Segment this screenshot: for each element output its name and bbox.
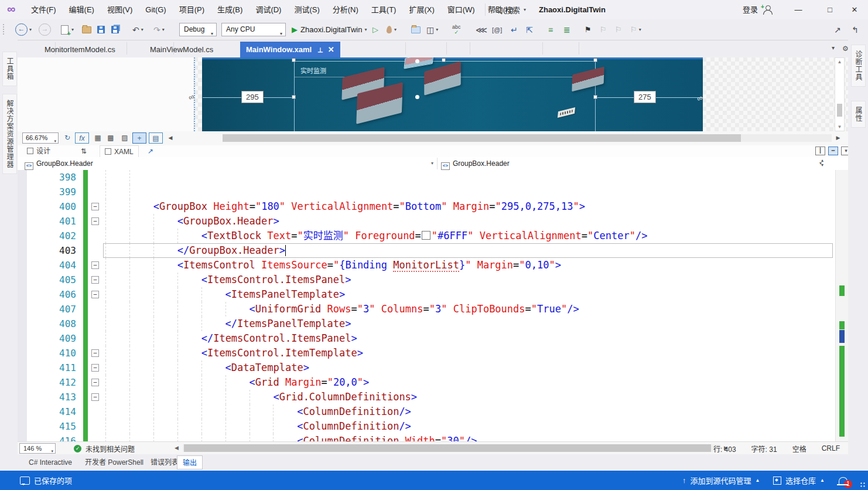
spaces-indicator[interactable]: 空格 — [792, 444, 807, 454]
editor-horizontal-scrollbar[interactable] — [183, 444, 720, 452]
selection-handle-top-left[interactable] — [292, 58, 296, 62]
margin-right-value[interactable]: 275 — [634, 91, 656, 103]
menu-item[interactable]: Git(G) — [139, 0, 172, 19]
maximize-button[interactable]: □ — [816, 0, 843, 19]
sidebar-tab-diagnostic-tools[interactable]: 诊断工具 — [851, 45, 866, 87]
live-share-button[interactable]: ↰ — [852, 23, 859, 36]
spell-check-button[interactable]: abc✓ — [452, 23, 461, 36]
panel-tab[interactable]: C# Interactive — [23, 455, 77, 469]
editor-vertical-scrollbar[interactable] — [835, 170, 848, 441]
popout-pane-icon[interactable]: ↗ — [143, 145, 158, 157]
menu-item[interactable]: 扩展(X) — [402, 0, 440, 19]
menu-item[interactable]: 编辑(E) — [63, 0, 101, 19]
format-document-icon[interactable]: ⇱ — [526, 23, 533, 36]
effects-fx-button[interactable]: fx — [75, 132, 89, 144]
start-without-debugging-button[interactable]: ▷ — [373, 23, 378, 36]
snap-to-snaplines-button[interactable]: + — [132, 132, 146, 144]
scroll-left-icon[interactable]: ◀ — [166, 132, 175, 144]
disable-project-code-button[interactable]: ▤ — [149, 132, 163, 144]
hot-reload-button[interactable]: ▾ — [387, 23, 397, 36]
document-tab[interactable]: MainWindow.xaml⊢✕ — [240, 42, 340, 57]
decrease-indent-icon[interactable]: ⋘ — [476, 23, 487, 36]
refresh-designer-icon[interactable]: ↻ — [62, 132, 73, 144]
fold-collapse-icon[interactable]: − — [91, 291, 99, 298]
fold-collapse-icon[interactable]: − — [91, 393, 99, 401]
tab-design[interactable]: 设计 — [22, 145, 55, 157]
open-file-button[interactable] — [82, 23, 91, 36]
fold-collapse-icon[interactable]: − — [91, 276, 99, 284]
scrollbar-thumb[interactable] — [184, 444, 711, 452]
menu-item[interactable]: 生成(B) — [211, 0, 249, 19]
add-to-source-control-button[interactable]: ↑ 添加到源代码管理 ▲ — [682, 471, 760, 490]
designer-zoom-select[interactable]: 66.67%▾ — [22, 132, 59, 144]
pane-splitter-icon[interactable]: ▴▾ — [821, 158, 823, 168]
document-tab[interactable]: MonitorItemModel.cs — [39, 42, 121, 57]
fold-collapse-icon[interactable]: − — [91, 379, 99, 386]
prev-bookmark-button[interactable]: ⚐ — [600, 23, 607, 36]
next-bookmark-button[interactable]: ⚐ — [615, 23, 622, 36]
select-repository-button[interactable]: 选择仓库 ▲ — [773, 471, 825, 490]
redo-button[interactable]: ↷▾ — [153, 23, 165, 36]
navigate-forward-button[interactable]: → — [39, 23, 51, 36]
search-box[interactable]: 搜索 ▾ — [495, 0, 526, 19]
share-button[interactable]: ↗ — [834, 23, 841, 36]
eol-indicator[interactable]: CRLF — [822, 444, 840, 452]
minimize-button[interactable]: — — [785, 0, 812, 19]
menu-item[interactable]: 项目(P) — [173, 0, 211, 19]
panel-tab[interactable]: 开发者 PowerShell — [80, 455, 149, 469]
scroll-down-icon[interactable]: ▼ — [836, 124, 843, 130]
breadcrumb-left[interactable]: <>GroupBox.Header ▾ — [25, 158, 433, 169]
close-icon[interactable]: ✕ — [328, 45, 334, 54]
scrollbar-thumb[interactable] — [223, 134, 741, 142]
new-project-button[interactable]: ▾ — [61, 23, 74, 36]
menu-item[interactable]: 测试(S) — [288, 0, 326, 19]
fold-collapse-icon[interactable]: − — [91, 364, 99, 372]
designer-horizontal-scrollbar[interactable] — [223, 134, 832, 142]
selection-anchor-dot-top[interactable] — [415, 59, 419, 63]
clear-bookmarks-button[interactable]: ⚐▾ — [630, 23, 641, 36]
navigate-home-button[interactable]: ◫▾ — [426, 23, 438, 36]
xaml-code-editor[interactable]: 398399400−<GroupBox Height="180" Vertica… — [18, 170, 848, 441]
tab-xaml[interactable]: XAML — [100, 145, 139, 158]
sidebar-tab-solution-explorer[interactable]: 解决方案资源管理器 — [2, 94, 17, 174]
comment-button[interactable]: ≡ — [548, 23, 553, 36]
menu-item[interactable]: 分析(N) — [326, 0, 365, 19]
goto-definition-icon[interactable]: ↵ — [511, 23, 518, 36]
xaml-designer-surface[interactable]: 实时监测 295 275 ∞ ∞ ▲ ▼ — [18, 57, 848, 131]
configuration-select[interactable]: Debug▾ — [179, 23, 217, 36]
margin-left-value[interactable]: 295 — [241, 91, 264, 103]
menu-item[interactable]: 窗口(W) — [441, 0, 481, 19]
sign-in-button[interactable]: 登录 — [743, 0, 758, 19]
menu-item[interactable]: 文件(F) — [25, 0, 63, 19]
toolbar-grip[interactable] — [3, 24, 6, 35]
menu-item[interactable]: 工具(T) — [365, 0, 403, 19]
line-indicator[interactable]: 行: 403 — [713, 444, 736, 454]
fold-collapse-icon[interactable]: − — [91, 349, 99, 357]
resize-grip[interactable] — [860, 482, 866, 488]
user-account-icon[interactable]: + — [763, 5, 773, 15]
find-in-files-button[interactable] — [411, 23, 421, 36]
chevron-down-icon[interactable]: ▾ — [431, 158, 433, 169]
selection-handle-top-right[interactable] — [593, 58, 597, 62]
notifications-button[interactable]: 1 — [839, 471, 848, 490]
tab-list-chevron-icon[interactable]: ▾ — [832, 45, 835, 51]
breadcrumb-right[interactable]: <>GroupBox.Header ▾ — [437, 158, 822, 169]
undo-button[interactable]: ↶▾ — [132, 23, 143, 36]
document-health-indicator[interactable]: ✓ 未找到相关问题 — [74, 442, 135, 455]
horizontal-split-button[interactable]: ━ — [828, 147, 838, 155]
uncomment-button[interactable]: ≣ — [563, 23, 570, 36]
scroll-right-icon[interactable]: ▶ — [834, 132, 842, 144]
pin-icon[interactable]: ⊢ — [312, 47, 328, 53]
scroll-left-icon[interactable]: ◀ — [175, 445, 179, 451]
snap-to-grid-icon[interactable]: ▩ — [105, 132, 116, 144]
fold-collapse-icon[interactable]: − — [91, 217, 99, 225]
vertical-split-button[interactable]: ┃ — [815, 147, 825, 155]
sidebar-tab-toolbox[interactable]: 工具箱 — [2, 52, 17, 86]
attribute-format-icon[interactable]: [@] — [492, 23, 502, 36]
save-button[interactable] — [97, 23, 105, 36]
fold-collapse-icon[interactable]: − — [91, 261, 99, 269]
start-debugging-button[interactable]: ▶Zhaoxi.DigitalTwin▾ — [292, 23, 367, 36]
scrollbar-thumb[interactable] — [837, 104, 842, 117]
sidebar-tab-properties[interactable]: 属性 — [851, 101, 866, 128]
selection-anchor-dot-center[interactable] — [415, 95, 419, 99]
